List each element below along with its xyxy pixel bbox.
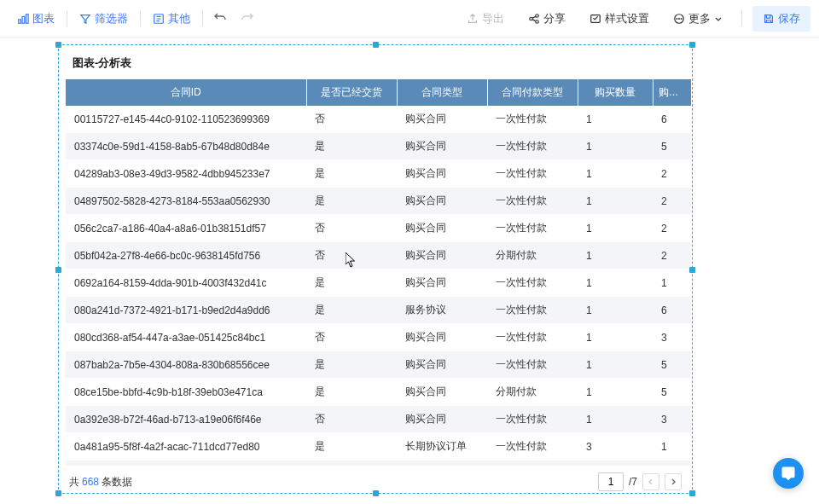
table-cell: 1 [578,133,653,160]
th-contract-type[interactable]: 合同类型 [397,79,487,106]
table-row[interactable]: 056c2ca7-a186-40a4-a8a6-01b38151df57否购买合… [66,215,691,242]
table-cell: 0692a164-8159-4dda-901b-4003f432d41c [66,269,306,297]
chat-fab[interactable] [773,458,804,489]
export-button[interactable]: 导出 [458,6,513,32]
widget-title: 图表-分析表 [59,45,692,79]
more-label: 更多 [688,11,711,26]
table-cell: 是 [306,297,397,324]
table-row[interactable]: 08ce15be-bbfd-4c9b-b18f-39eb03e471ca是购买合… [66,379,691,406]
table-cell: 购买合同 [397,242,487,269]
table-cell: 分期付款 [487,379,578,406]
table-cell: 否 [306,242,397,269]
undo-icon [213,10,227,24]
save-button[interactable]: 保存 [752,6,810,32]
table-cell: 一次性付款 [487,297,578,324]
table-body: 00115727-e145-44c0-9102-110523699369否购买合… [66,106,691,466]
th-purchase-time[interactable]: 购买的 [653,79,691,106]
other-button[interactable]: 其他 [144,6,199,32]
divider [741,11,742,26]
save-label: 保存 [778,11,800,26]
table-cell: 6 [653,297,691,324]
table-cell: 服务协议 [397,297,487,324]
table-cell: 6 [653,106,691,133]
table-row[interactable]: 080a241d-7372-4921-b171-b9ed2d4a9dd6是服务协… [66,297,691,324]
resize-handle-ne[interactable] [689,42,695,48]
th-payment-type[interactable]: 合同付款类型 [487,79,578,106]
resize-handle-s[interactable] [373,490,379,496]
page-prev-button[interactable] [642,473,659,490]
table-cell: 1 [578,242,653,269]
resize-handle-nw[interactable] [55,42,61,48]
chevron-left-icon [647,478,655,486]
footer-suffix: 条数据 [102,475,132,490]
table-row[interactable]: 080cd368-af54-447a-a3ae-051425c84bc1否购买合… [66,324,691,351]
filter-button[interactable]: 筛选器 [71,6,136,32]
table-row[interactable]: 0a392e38-b72f-46ad-b713-a19e06f6f46e否购买合… [66,406,691,433]
resize-handle-e[interactable] [689,267,695,273]
chat-icon [781,466,796,481]
table-cell: 长期协议订单 [397,433,487,461]
style-button[interactable]: 样式设置 [581,6,658,32]
table-row[interactable]: 04897502-5828-4273-8184-553aa0562930是购买合… [66,188,691,215]
table-row[interactable]: 00115727-e145-44c0-9102-110523699369否购买合… [66,106,691,133]
table-row[interactable]: 0a481a95-5f8f-4a2f-acac-711dcd77ed80是长期协… [66,433,691,461]
table-cell: 购买合同 [397,324,487,351]
resize-handle-w[interactable] [55,267,61,273]
svg-rect-0 [19,19,21,22]
resize-handle-se[interactable] [689,490,695,496]
th-quantity[interactable]: 购买数量 [578,79,653,106]
table-cell: 2 [653,215,691,242]
divider [67,11,67,26]
table-row[interactable]: 0692a164-8159-4dda-901b-4003f432d41c是购买合… [66,269,691,297]
table-cell: 一次性付款 [487,269,578,297]
table-cell: 购买合同 [397,379,487,406]
svg-point-4 [530,17,533,20]
chevron-down-icon [714,14,723,23]
other-icon [153,13,165,25]
table-cell: 05bf042a-27f8-4e66-bc0c-9638145fd756 [66,242,306,269]
table-cell: 否 [306,106,397,133]
table-cell: 购买合同 [397,106,487,133]
table-cell: 购买合同 [397,215,487,242]
export-icon [467,13,479,25]
table-cell: 1 [653,269,691,297]
undo-button[interactable] [206,5,234,32]
table-cell: 一次性付款 [487,133,578,160]
redo-icon [241,10,254,24]
more-button[interactable]: 更多 [665,6,731,32]
resize-handle-n[interactable] [373,42,379,48]
table-cell: 一次性付款 [487,406,578,433]
table-cell: 一次性付款 [487,324,578,351]
svg-point-5 [536,14,539,17]
chart-widget-frame[interactable]: 图表-分析表 合同ID 是否已经交货 合同类型 合同付款类型 购买数量 购买的 … [58,44,693,494]
resize-handle-sw[interactable] [55,490,61,496]
page-input[interactable] [598,472,624,491]
table-row[interactable]: 04289ab3-08e3-49d3-9582-4dbb945233e7是购买合… [66,160,691,188]
svg-point-11 [681,18,682,19]
table-cell: 056c2ca7-a186-40a4-a8a6-01b38151df57 [66,215,306,242]
export-label: 导出 [482,11,504,26]
table-cell: 是 [306,269,397,297]
page-next-button[interactable] [665,473,682,490]
filter-label: 筛选器 [95,11,128,26]
table-cell: 1 [578,324,653,351]
share-button[interactable]: 分享 [520,6,574,32]
table-cell: 一次性付款 [487,106,578,133]
th-delivered[interactable]: 是否已经交货 [306,79,397,106]
svg-rect-2 [26,14,29,23]
chart-button[interactable]: 图表 [9,6,63,32]
table-cell: 否 [306,406,397,433]
filter-icon [79,13,91,25]
table-row[interactable]: 05bf042a-27f8-4e66-bc0c-9638145fd756否购买合… [66,242,691,269]
table-cell: 1 [653,433,691,461]
table-cell: 一次性付款 [487,433,578,461]
page-total: /7 [629,476,637,488]
table-cell: 2 [653,160,691,188]
redo-button[interactable] [234,5,261,32]
table-cell: 03374c0e-59d1-4158-8ab5-67b48d80d84e [66,133,306,160]
table-cell: 1 [578,269,653,297]
style-icon [590,13,601,25]
th-contract-id[interactable]: 合同ID [66,79,306,106]
table-row[interactable]: 03374c0e-59d1-4158-8ab5-67b48d80d84e是购买合… [66,133,691,160]
table-row[interactable]: 087bab2a-7b5e-4304-808a-830b68556cee是购买合… [66,351,691,379]
